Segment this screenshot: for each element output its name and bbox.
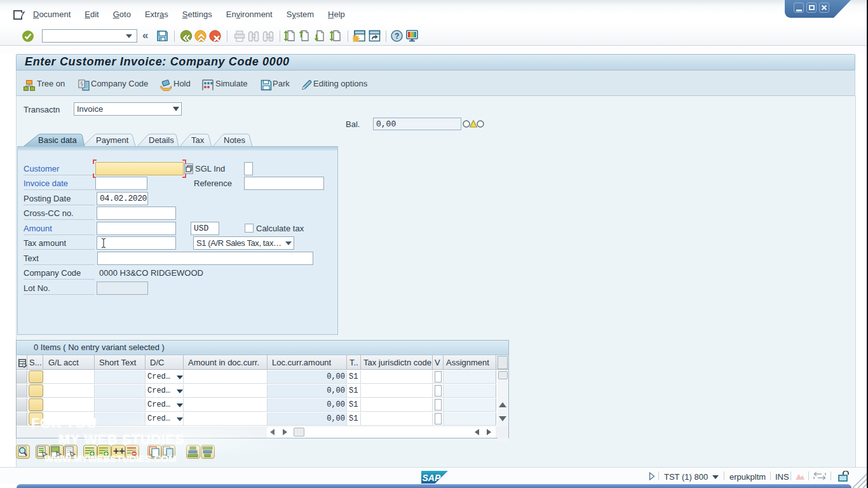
svg-text:SAP: SAP: [423, 473, 441, 483]
svg-text:?: ?: [395, 32, 399, 41]
svg-text:§: §: [80, 81, 83, 87]
